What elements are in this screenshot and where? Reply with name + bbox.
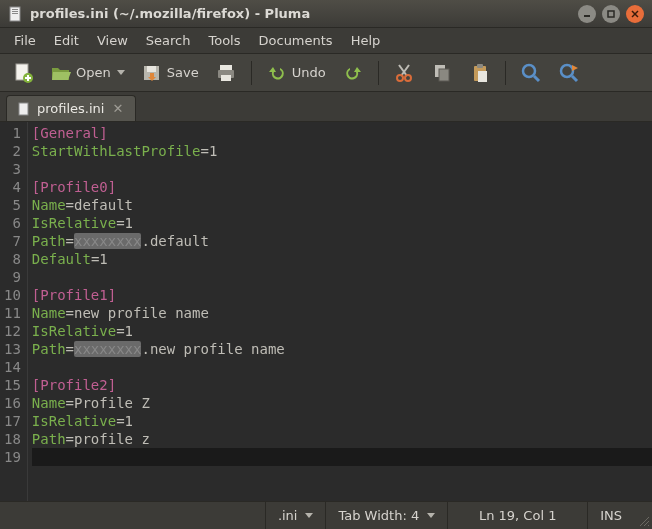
open-folder-icon	[50, 62, 72, 84]
svg-rect-1	[12, 9, 18, 10]
find-replace-button[interactable]	[552, 58, 586, 88]
filetype-selector[interactable]: .ini	[265, 502, 326, 529]
svg-rect-29	[19, 103, 28, 115]
redo-icon	[342, 62, 364, 84]
svg-line-32	[648, 525, 649, 526]
toolbar: Open Save Undo	[0, 54, 652, 92]
svg-line-26	[534, 76, 539, 81]
find-button[interactable]	[514, 58, 548, 88]
toolbar-separator	[251, 61, 252, 85]
search-icon	[520, 62, 542, 84]
tab-width-label: Tab Width: 4	[338, 508, 419, 523]
titlebar: profiles.ini (~/.mozilla/firefox) - Plum…	[0, 0, 652, 28]
undo-button[interactable]: Undo	[260, 58, 332, 88]
save-button[interactable]: Save	[135, 58, 205, 88]
app-icon	[8, 6, 24, 22]
new-document-button[interactable]	[6, 58, 40, 88]
menu-help[interactable]: Help	[343, 29, 389, 52]
undo-label: Undo	[292, 65, 326, 80]
paste-icon	[469, 62, 491, 84]
svg-line-30	[640, 517, 649, 526]
toolbar-separator	[505, 61, 506, 85]
tab-label: profiles.ini	[37, 101, 104, 116]
cursor-position: Ln 19, Col 1	[447, 502, 587, 529]
svg-rect-12	[147, 66, 156, 72]
document-icon	[17, 102, 31, 116]
resize-grip[interactable]	[634, 502, 652, 529]
paste-button[interactable]	[463, 58, 497, 88]
svg-point-25	[523, 65, 535, 77]
svg-point-19	[405, 75, 411, 81]
menu-file[interactable]: File	[6, 29, 44, 52]
copy-button[interactable]	[425, 58, 459, 88]
cursor-position-label: Ln 19, Col 1	[479, 508, 556, 523]
editor-area[interactable]: 12345678910111213141516171819 [General]S…	[0, 122, 652, 501]
menu-edit[interactable]: Edit	[46, 29, 87, 52]
find-replace-icon	[558, 62, 580, 84]
cut-icon	[393, 62, 415, 84]
save-label: Save	[167, 65, 199, 80]
redo-button[interactable]	[336, 58, 370, 88]
tab-profiles-ini[interactable]: profiles.ini ✕	[6, 95, 136, 121]
new-document-icon	[12, 62, 34, 84]
filetype-label: .ini	[278, 508, 298, 523]
svg-line-28	[572, 76, 577, 81]
chevron-down-icon	[117, 70, 125, 75]
menu-tools[interactable]: Tools	[200, 29, 248, 52]
tab-width-selector[interactable]: Tab Width: 4	[325, 502, 447, 529]
tab-close-icon[interactable]: ✕	[110, 101, 125, 116]
svg-point-27	[561, 65, 573, 77]
svg-point-18	[397, 75, 403, 81]
toolbar-separator	[378, 61, 379, 85]
insert-mode[interactable]: INS	[587, 502, 634, 529]
statusbar: .ini Tab Width: 4 Ln 19, Col 1 INS	[0, 501, 652, 529]
maximize-button[interactable]	[602, 5, 620, 23]
save-icon	[141, 62, 163, 84]
svg-rect-3	[12, 13, 18, 14]
status-spacer	[0, 502, 265, 529]
cut-button[interactable]	[387, 58, 421, 88]
menu-view[interactable]: View	[89, 29, 136, 52]
menu-documents[interactable]: Documents	[251, 29, 341, 52]
tabbar: profiles.ini ✕	[0, 92, 652, 122]
undo-icon	[266, 62, 288, 84]
insert-mode-label: INS	[600, 508, 622, 523]
window-title: profiles.ini (~/.mozilla/firefox) - Plum…	[30, 6, 572, 21]
copy-icon	[431, 62, 453, 84]
chevron-down-icon	[427, 513, 435, 518]
minimize-button[interactable]	[578, 5, 596, 23]
menu-search[interactable]: Search	[138, 29, 199, 52]
print-button[interactable]	[209, 58, 243, 88]
open-label: Open	[76, 65, 111, 80]
close-button[interactable]	[626, 5, 644, 23]
code-content[interactable]: [General]StartWithLastProfile=1 [Profile…	[28, 122, 652, 501]
chevron-down-icon	[305, 513, 313, 518]
open-button[interactable]: Open	[44, 58, 131, 88]
print-icon	[215, 62, 237, 84]
svg-rect-21	[439, 69, 449, 81]
menubar: FileEditViewSearchToolsDocumentsHelp	[0, 28, 652, 54]
svg-rect-15	[221, 75, 231, 81]
svg-rect-2	[12, 11, 18, 12]
svg-rect-5	[608, 11, 614, 17]
svg-rect-24	[478, 71, 487, 82]
svg-rect-23	[477, 64, 483, 68]
window-controls	[578, 5, 644, 23]
line-number-gutter: 12345678910111213141516171819	[0, 122, 28, 501]
